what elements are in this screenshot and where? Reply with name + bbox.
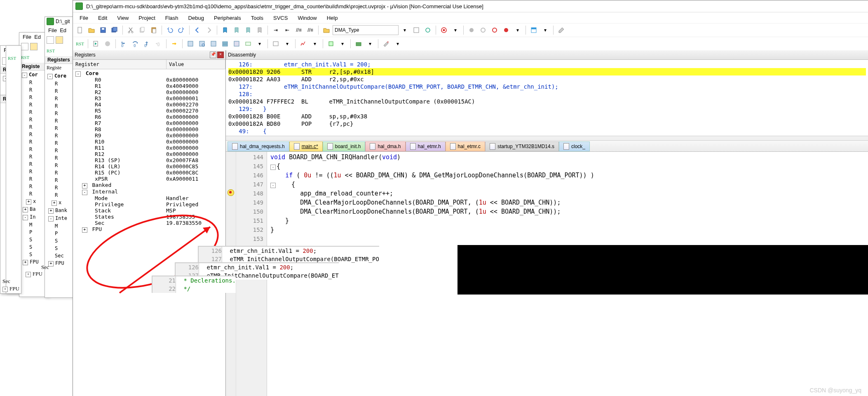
menu-svcs[interactable]: SVCS <box>268 13 293 23</box>
toolbox-dropdown-icon[interactable]: ▾ <box>365 38 375 49</box>
disassembly-title: Disassembly <box>228 52 256 58</box>
configure-icon[interactable] <box>556 25 567 35</box>
stop-icon[interactable] <box>102 38 113 49</box>
disasm-window-icon[interactable] <box>197 38 207 49</box>
run-icon[interactable] <box>91 38 101 49</box>
show-next-stmt-icon[interactable] <box>169 38 180 49</box>
redo-icon[interactable] <box>176 25 187 35</box>
menu-edit[interactable]: Edit <box>93 13 112 23</box>
new-file-icon[interactable] <box>75 25 85 35</box>
svg-point-14 <box>443 29 445 31</box>
svg-rect-37 <box>329 42 333 46</box>
bp-enable-icon[interactable] <box>478 25 488 35</box>
debug-settings-icon[interactable] <box>381 38 392 49</box>
menu-help[interactable]: Help <box>322 13 343 23</box>
step-over-icon[interactable]: {} <box>130 38 141 49</box>
menu-debug[interactable]: Debug <box>183 13 209 23</box>
undo-icon[interactable] <box>164 25 175 35</box>
frag-title: D:\_git <box>56 19 70 24</box>
toolbar-1: ⇥ ⇤ //≡ //≡ DMA_Type ▾ ▾ ▾ ▾ <box>73 23 868 37</box>
tab-clock_[interactable]: clock_ <box>559 141 590 151</box>
svg-point-22 <box>105 41 110 46</box>
svg-rect-33 <box>223 45 228 46</box>
command-window-icon[interactable] <box>185 38 196 49</box>
debug-settings-dropdown-icon[interactable]: ▾ <box>392 38 403 49</box>
bp-disable-icon[interactable] <box>489 25 500 35</box>
menu-tools[interactable]: Tools <box>246 13 268 23</box>
find-in-files-icon[interactable] <box>321 25 332 35</box>
bookmark-clear-icon[interactable] <box>254 25 265 35</box>
goto-def-icon[interactable] <box>411 25 422 35</box>
memory-window-icon[interactable]: ▾ <box>254 38 265 49</box>
debug-dropdown-icon[interactable]: ▾ <box>450 25 461 35</box>
debug-icon[interactable] <box>439 25 449 35</box>
watch-window-icon[interactable] <box>243 38 253 49</box>
bookmark-toggle-icon[interactable] <box>220 25 230 35</box>
outdent-icon[interactable]: ⇤ <box>282 25 293 35</box>
combo-dropdown-icon[interactable]: ▾ <box>399 25 410 35</box>
uvision-icon <box>47 18 54 25</box>
save-icon[interactable] <box>98 25 108 35</box>
tab-hal_dma_requests-h[interactable]: hal_dma_requests.h <box>228 141 289 151</box>
svg-point-16 <box>481 28 485 32</box>
toolbox-icon[interactable] <box>353 38 364 49</box>
tab-board_init-h[interactable]: board_init.h <box>323 141 366 151</box>
menu-peripherals[interactable]: Peripherals <box>209 13 246 23</box>
layout-dropdown-icon[interactable]: ▾ <box>540 25 551 35</box>
menu-flash[interactable]: Flash <box>160 13 183 23</box>
cut-icon[interactable] <box>125 25 136 35</box>
analysis-windows-icon[interactable]: ▾ <box>282 38 293 49</box>
menu-view[interactable]: View <box>112 13 134 23</box>
comment-icon[interactable]: //≡ <box>293 25 304 35</box>
uncomment-icon[interactable]: //≡ <box>305 25 316 35</box>
svg-text:{}: {} <box>134 43 136 47</box>
svg-rect-0 <box>78 27 82 33</box>
nav-fwd-icon[interactable] <box>204 25 214 35</box>
trace-dropdown-icon[interactable]: ▾ <box>310 38 320 49</box>
tab-hal_dma-h[interactable]: hal_dma.h <box>365 141 405 151</box>
step-into-icon[interactable]: {} <box>118 38 129 49</box>
serial-windows-icon[interactable] <box>270 38 281 49</box>
bp-insert-icon[interactable] <box>466 25 477 35</box>
bp-dropdown-icon[interactable]: ▾ <box>512 25 523 35</box>
tab-startup_YTM32B1MD14-s[interactable]: startup_YTM32B1MD14.s <box>485 141 559 151</box>
bookmark-prev-icon[interactable] <box>231 25 242 35</box>
bookmark-next-icon[interactable] <box>243 25 253 35</box>
copy-icon[interactable] <box>137 25 148 35</box>
disassembly-view[interactable]: 126: etmr_chn_init.Val1 = 200;0x00001820… <box>226 60 868 136</box>
symbol-combo[interactable]: DMA_Type <box>333 25 399 35</box>
tab-hal_etmr-c[interactable]: hal_etmr.c <box>446 141 485 151</box>
svg-rect-38 <box>356 42 361 46</box>
svg-point-12 <box>426 28 430 32</box>
run-to-cursor-icon[interactable]: *{} <box>153 38 164 49</box>
open-file-icon[interactable] <box>86 25 97 35</box>
registers-title: Registers <box>75 52 96 58</box>
pin-icon[interactable]: 📌 <box>210 52 216 58</box>
paste-icon[interactable] <box>148 25 159 35</box>
reset-icon[interactable]: RST <box>75 38 85 49</box>
tab-main-c-[interactable]: main.c* <box>289 141 323 151</box>
indent-icon[interactable]: ⇥ <box>270 25 281 35</box>
save-all-icon[interactable] <box>109 25 120 35</box>
menu-project[interactable]: Project <box>134 13 160 23</box>
symbols-window-icon[interactable] <box>208 38 219 49</box>
toolbar-debug: RST {} {} {} *{} ▾ ▾ ▾ ▾ ▾ ▾ <box>73 37 868 50</box>
system-viewer-icon[interactable] <box>326 38 336 49</box>
close-pane-icon[interactable]: × <box>217 52 224 58</box>
trace-windows-icon[interactable] <box>298 38 309 49</box>
editor-tabs: hal_dma_requests.hmain.c*board_init.hhal… <box>226 141 868 152</box>
nav-back-icon[interactable] <box>192 25 203 35</box>
tab-hal_etmr-h[interactable]: hal_etmr.h <box>406 141 446 151</box>
registers-window-icon[interactable] <box>220 38 230 49</box>
window-layout-icon[interactable] <box>528 25 539 35</box>
code-snippet: 126 etmr_chn_init.Val1 = 200;127 eTMR_In… <box>198 246 379 263</box>
callstack-window-icon[interactable] <box>231 38 242 49</box>
svg-rect-11 <box>414 28 419 33</box>
menu-file[interactable]: File <box>75 13 93 23</box>
sv-dropdown-icon[interactable]: ▾ <box>337 38 348 49</box>
bp-kill-icon[interactable] <box>501 25 511 35</box>
registers-tree[interactable]: - Core R00x80000000 R10x40049000 R20x000… <box>73 69 225 396</box>
step-out-icon[interactable]: {} <box>141 38 152 49</box>
menu-window[interactable]: Window <box>293 13 321 23</box>
refresh-icon[interactable] <box>422 25 433 35</box>
